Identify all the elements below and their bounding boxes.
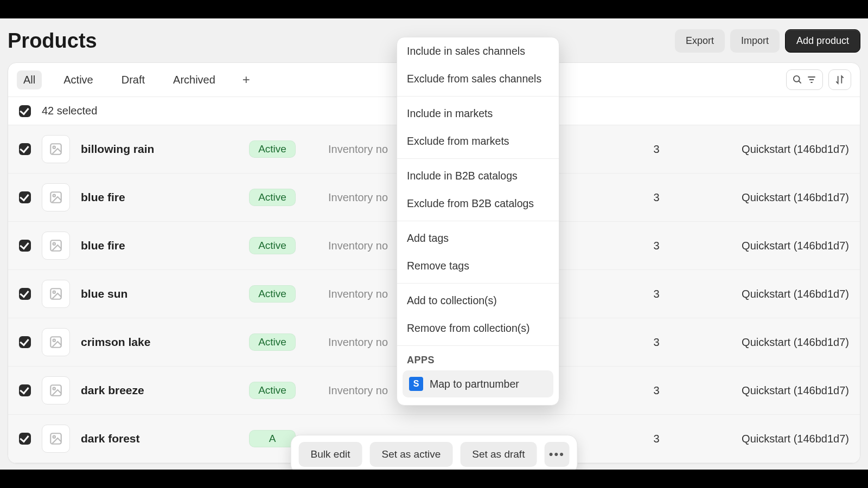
search-icon xyxy=(792,74,803,85)
variant-count: 3 xyxy=(616,191,697,204)
export-button[interactable]: Export xyxy=(675,29,725,53)
menu-separator xyxy=(397,345,559,346)
search-filter-button[interactable] xyxy=(786,69,823,90)
add-view-button[interactable]: + xyxy=(237,71,256,88)
product-name: billowing rain xyxy=(81,143,238,156)
add-product-button[interactable]: Add product xyxy=(785,29,860,53)
svg-point-6 xyxy=(53,146,55,149)
svg-point-0 xyxy=(794,76,800,82)
row-checkbox[interactable] xyxy=(19,143,31,155)
menu-apps-heading: APPS xyxy=(397,349,559,368)
product-thumbnail xyxy=(42,328,70,356)
row-checkbox[interactable] xyxy=(19,288,31,300)
bulk-edit-button[interactable]: Bulk edit xyxy=(299,442,362,467)
row-checkbox[interactable] xyxy=(19,336,31,348)
menu-include-sales-channels[interactable]: Include in sales channels xyxy=(397,40,559,65)
status-badge: Active xyxy=(249,189,296,206)
product-name: blue fire xyxy=(81,239,238,252)
vendor-text: Quickstart (146bd1d7) xyxy=(708,336,849,349)
variant-count: 3 xyxy=(616,433,697,445)
svg-rect-13 xyxy=(50,337,61,348)
row-checkbox[interactable] xyxy=(19,433,31,445)
menu-include-markets[interactable]: Include in markets xyxy=(397,100,559,127)
window-bottom-bar xyxy=(0,470,868,488)
set-draft-button[interactable]: Set as draft xyxy=(460,442,537,467)
status-badge: A xyxy=(249,430,296,447)
page-title: Products xyxy=(8,29,97,53)
image-icon xyxy=(49,287,63,301)
bulk-more-button[interactable]: ••• xyxy=(544,442,569,467)
vendor-text: Quickstart (146bd1d7) xyxy=(708,143,849,156)
variant-count: 3 xyxy=(616,384,697,397)
selection-count: 42 selected xyxy=(42,105,97,117)
image-icon xyxy=(49,335,63,349)
menu-app-label: Map to partnumber xyxy=(430,378,519,390)
row-checkbox[interactable] xyxy=(19,384,31,396)
vendor-text: Quickstart (146bd1d7) xyxy=(708,288,849,300)
svg-rect-15 xyxy=(50,385,61,396)
row-checkbox[interactable] xyxy=(19,191,31,203)
svg-rect-17 xyxy=(50,433,61,444)
select-all-checkbox[interactable] xyxy=(19,105,31,117)
image-icon xyxy=(49,190,63,204)
menu-separator xyxy=(397,158,559,159)
menu-remove-tags[interactable]: Remove tags xyxy=(397,252,559,280)
product-name: crimson lake xyxy=(81,336,238,349)
tab-archived[interactable]: Archived xyxy=(167,70,222,89)
menu-app-map-partnumber[interactable]: S Map to partnumber xyxy=(403,370,553,397)
product-name: dark breeze xyxy=(81,384,238,397)
product-thumbnail xyxy=(42,376,70,404)
status-badge: Active xyxy=(249,140,296,158)
svg-rect-11 xyxy=(50,288,61,299)
menu-add-collection[interactable]: Add to collection(s) xyxy=(397,287,559,314)
bulk-actions-menu: Include in sales channels Exclude from s… xyxy=(397,37,559,406)
svg-point-18 xyxy=(53,436,55,438)
variant-count: 3 xyxy=(616,288,697,300)
product-thumbnail xyxy=(42,280,70,308)
product-name: blue sun xyxy=(81,287,238,300)
row-checkbox[interactable] xyxy=(19,240,31,252)
status-badge: Active xyxy=(249,237,296,254)
svg-point-8 xyxy=(53,195,55,197)
svg-point-14 xyxy=(53,339,55,342)
menu-separator xyxy=(397,221,559,221)
product-name: dark forest xyxy=(81,432,238,445)
image-icon xyxy=(49,383,63,397)
tab-all[interactable]: All xyxy=(17,70,42,89)
menu-exclude-sales-channels[interactable]: Exclude from sales channels xyxy=(397,65,559,93)
sort-button[interactable] xyxy=(828,69,851,90)
menu-include-b2b[interactable]: Include in B2B catalogs xyxy=(397,162,559,190)
set-active-button[interactable]: Set as active xyxy=(369,442,452,467)
menu-exclude-markets[interactable]: Exclude from markets xyxy=(397,127,559,155)
svg-rect-9 xyxy=(50,240,61,251)
vendor-text: Quickstart (146bd1d7) xyxy=(708,191,849,204)
tab-active[interactable]: Active xyxy=(57,70,99,89)
menu-separator xyxy=(397,283,559,284)
menu-separator xyxy=(397,96,559,97)
image-icon xyxy=(49,142,63,156)
vendor-text: Quickstart (146bd1d7) xyxy=(708,433,849,445)
filter-icon xyxy=(806,74,817,85)
filter-tabs: All Active Draft Archived + xyxy=(17,70,256,89)
svg-point-12 xyxy=(53,291,55,293)
svg-point-10 xyxy=(53,243,55,245)
product-thumbnail xyxy=(42,425,70,453)
variant-count: 3 xyxy=(616,336,697,349)
app-icon: S xyxy=(409,377,423,391)
product-thumbnail xyxy=(42,135,70,163)
svg-line-1 xyxy=(799,81,801,84)
variant-count: 3 xyxy=(616,143,697,156)
vendor-text: Quickstart (146bd1d7) xyxy=(708,384,849,397)
menu-remove-collection[interactable]: Remove from collection(s) xyxy=(397,314,559,342)
menu-add-tags[interactable]: Add tags xyxy=(397,224,559,252)
window-top-bar xyxy=(0,0,868,18)
import-button[interactable]: Import xyxy=(730,29,780,53)
svg-point-16 xyxy=(53,388,55,390)
tab-draft[interactable]: Draft xyxy=(115,70,151,89)
status-badge: Active xyxy=(249,333,296,351)
sort-icon xyxy=(834,74,845,85)
bulk-action-bar: Bulk edit Set as active Set as draft ••• xyxy=(291,435,578,474)
product-thumbnail xyxy=(42,232,70,260)
image-icon xyxy=(49,239,63,253)
menu-exclude-b2b[interactable]: Exclude from B2B catalogs xyxy=(397,190,559,217)
